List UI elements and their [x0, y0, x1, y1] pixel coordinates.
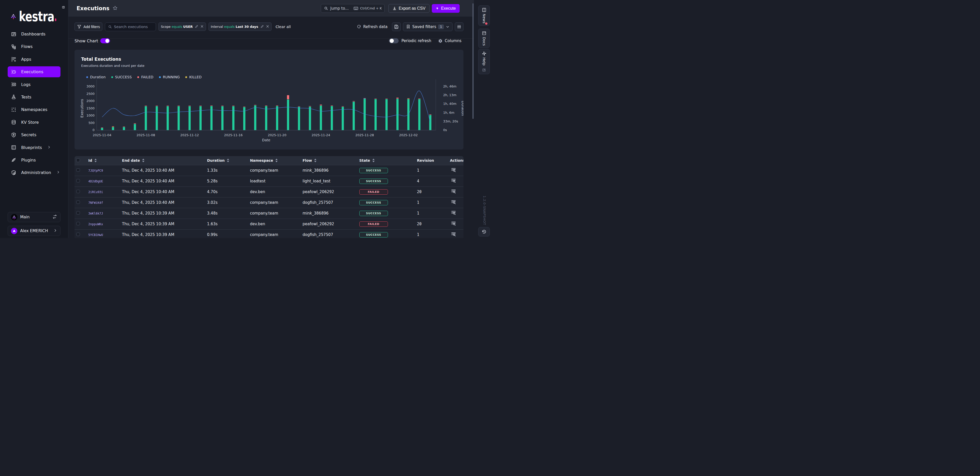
sidebar-item-dashboards[interactable]: Dashboards — [8, 29, 60, 40]
sort-icon[interactable] — [142, 159, 145, 162]
kestra-logo[interactable]: kestra — [11, 12, 68, 21]
sidebar-item-apps[interactable]: Apps — [8, 54, 60, 65]
columns-button[interactable]: Columns — [438, 38, 461, 43]
main: Executions Jump to... Ctrl/Cmd + K Expor… — [68, 0, 474, 238]
kestra-logo-icon — [11, 12, 16, 21]
history-icon — [482, 229, 487, 234]
row-actions-button[interactable] — [451, 210, 456, 215]
sort-icon[interactable] — [227, 159, 229, 162]
search-executions[interactable] — [105, 22, 156, 31]
refresh-data-button[interactable]: Refresh data — [357, 24, 387, 29]
sidebar-item-executions[interactable]: Executions — [8, 66, 60, 77]
filter-chip-interval[interactable]: IntervalequalsLast 30 days — [208, 22, 272, 31]
rail-tab-help[interactable]: Help — [478, 49, 490, 74]
column-header-state[interactable]: State — [357, 156, 415, 165]
sidebar-item-administration[interactable]: Administration — [8, 167, 60, 178]
row-checkbox[interactable] — [76, 200, 80, 204]
column-header-revision: Revision — [415, 156, 448, 165]
sidebar-item-secrets[interactable]: Secrets — [8, 129, 60, 140]
save-filter-button[interactable] — [392, 22, 401, 31]
sort-icon[interactable] — [94, 159, 97, 162]
history-button[interactable] — [478, 227, 490, 236]
row-actions-button[interactable] — [451, 232, 456, 237]
jump-to-search[interactable]: Jump to... Ctrl/Cmd + K — [321, 4, 385, 13]
row-checkbox[interactable] — [76, 211, 80, 215]
show-chart-toggle[interactable] — [100, 38, 110, 44]
column-header-duration[interactable]: Duration — [205, 156, 248, 165]
column-header-flow[interactable]: Flow — [301, 156, 357, 165]
export-csv-button[interactable]: Export as CSV — [388, 4, 430, 13]
favorite-star-icon[interactable] — [113, 6, 118, 11]
row-checkbox[interactable] — [76, 190, 80, 194]
execution-id-link[interactable]: 5YCB1HwU — [88, 233, 103, 237]
select-all-checkbox[interactable] — [76, 159, 80, 162]
select-all-header-cell — [75, 156, 86, 165]
row-actions-button[interactable] — [451, 189, 456, 194]
execution-id-link[interactable]: 7NFWiK4f — [88, 201, 103, 205]
edit-pencil-icon[interactable] — [195, 25, 198, 29]
rail-tab-docs[interactable]: Docs — [478, 29, 490, 48]
flow-cell: light_load_test — [301, 176, 357, 186]
edit-pencil-icon[interactable] — [261, 25, 264, 29]
workspace-switcher[interactable]: Main — [8, 212, 60, 222]
end-date-cell: Thu, Dec 4, 2025 10:40 AM — [120, 176, 205, 186]
column-header-namespace[interactable]: Namespace — [248, 156, 301, 165]
sidebar-menu: DashboardsFlowsAppsExecutionsLogsTestsNa… — [0, 29, 68, 178]
customize-filters-button[interactable] — [455, 22, 463, 31]
execute-button[interactable]: Execute — [432, 4, 460, 13]
sidebar-item-logs[interactable]: Logs — [8, 79, 60, 90]
execution-id-link[interactable]: 2nppuWKx — [88, 222, 103, 226]
add-filters-button[interactable]: Add filters — [75, 22, 102, 31]
sidebar-item-plugins[interactable]: Plugins — [8, 155, 60, 165]
executions-chart[interactable]: 0500100015002000250030000s33m, 20s1h, 6m… — [75, 50, 463, 149]
sidebar-item-namespaces[interactable]: Namespaces — [8, 104, 60, 115]
state-badge: SUCCESS — [360, 232, 388, 238]
svg-text:2025-12-02: 2025-12-02 — [399, 133, 418, 137]
row-actions-button[interactable] — [451, 167, 456, 173]
close-icon[interactable] — [200, 25, 204, 29]
rail-tab-news[interactable]: News — [478, 5, 490, 26]
end-date-cell: Thu, Dec 4, 2025 10:40 AM — [120, 165, 205, 176]
search-executions-input[interactable] — [114, 25, 153, 29]
filter-chip-scope[interactable]: ScopeequalsUSER — [159, 22, 206, 31]
row-actions-button[interactable] — [451, 221, 456, 226]
sidebar-bottom: Main A Alex EMERICH — [0, 208, 68, 238]
row-checkbox[interactable] — [76, 222, 80, 225]
row-actions-button[interactable] — [451, 200, 456, 205]
saved-filters-button[interactable]: Saved filters 1 — [403, 22, 452, 31]
row-checkbox[interactable] — [76, 233, 80, 236]
execution-id-link[interactable]: 3mKl6k7J — [88, 212, 103, 215]
row-checkbox[interactable] — [76, 179, 80, 182]
show-chart-label: Show Chart — [75, 38, 98, 43]
scrollbar[interactable] — [473, 3, 474, 119]
state-badge: SUCCESS — [360, 200, 388, 205]
sidebar-item-blueprints[interactable]: Blueprints — [8, 142, 60, 153]
periodic-refresh-toggle[interactable] — [389, 38, 399, 44]
sort-icon[interactable] — [372, 159, 375, 162]
execution-id-link[interactable]: 7JQYpPC9 — [88, 169, 103, 173]
sidebar-item-kv store[interactable]: KV Store — [8, 117, 60, 128]
sort-icon[interactable] — [275, 159, 278, 162]
sidebar-item-tests[interactable]: Tests — [8, 92, 60, 103]
state-badge: SUCCESS — [360, 179, 388, 184]
row-actions-button[interactable] — [451, 178, 456, 183]
svg-text:1h, 40m: 1h, 40m — [443, 102, 457, 106]
column-header-id[interactable]: Id — [86, 156, 120, 165]
sort-icon[interactable] — [314, 159, 317, 162]
lightning-icon — [436, 6, 439, 10]
execution-id-link[interactable]: 2iRCu93i — [88, 190, 103, 194]
close-icon[interactable] — [266, 25, 269, 29]
svg-text:2h, 13m: 2h, 13m — [443, 93, 457, 97]
sidebar-item-flows[interactable]: Flows — [8, 41, 60, 52]
row-checkbox[interactable] — [76, 168, 80, 172]
column-header-end-date[interactable]: End date — [120, 156, 205, 165]
id-cell: 5YCB1HwU — [86, 229, 120, 238]
svg-text:1500: 1500 — [86, 106, 95, 110]
sidebar-item-label: Logs — [21, 82, 30, 87]
saved-filters-count: 1 — [438, 24, 444, 29]
execution-id-link[interactable]: 4D2dDgUE — [88, 179, 103, 183]
user-menu[interactable]: A Alex EMERICH — [8, 226, 60, 236]
clear-all-link[interactable]: Clear all — [275, 25, 291, 29]
filter-funnel-icon — [77, 24, 81, 29]
sidebar-collapse-icon[interactable] — [62, 5, 65, 8]
